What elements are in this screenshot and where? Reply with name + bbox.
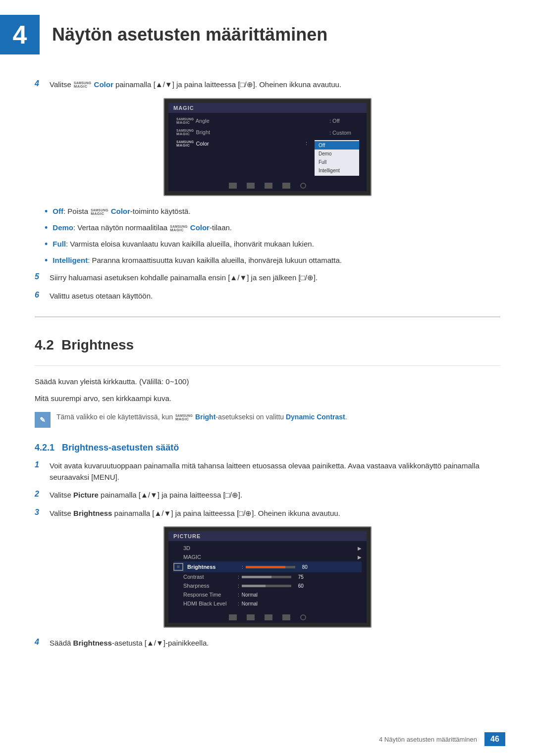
note-text-1: Tämä valikko ei ole käytettävissä, kun S… <box>56 412 347 422</box>
step-number-4: 4 <box>35 79 50 88</box>
samsung-magic-logo-1: SAMSUNG MAGIC <box>74 81 91 89</box>
sharpness-slider: 60 <box>242 583 304 589</box>
bullet-key-intelligent: Intelligent <box>53 256 88 264</box>
menu-bar-1: MAGIC <box>168 103 367 113</box>
monitor-icon-2-3 <box>265 614 272 620</box>
monitor-icon-2 <box>247 183 255 189</box>
brightness-slider: 80 <box>246 564 308 570</box>
step-421-num-3: 3 <box>35 508 50 517</box>
page-number-box: 46 <box>484 732 505 746</box>
step-5: 5 Siirry haluamasi asetuksen kohdalle pa… <box>35 272 500 284</box>
slider-fill-sharpness <box>242 585 266 587</box>
pm-val-hdmi: Normal <box>242 601 258 606</box>
picture-row-response: Response Time : Normal <box>173 590 362 599</box>
picture-row-contrast: Contrast : 75 <box>173 572 362 581</box>
bullet-item-demo: • Demo: Vertaa näytön normaalitilaa SAMS… <box>45 222 500 235</box>
bullet-list-1: • Off: Poista SAMSUNG MAGIC Color-toimin… <box>45 206 500 267</box>
step-421-4-bold: Brightness <box>73 639 112 647</box>
step-421-2: 2 Valitse Picture painamalla [▲/▼] ja pa… <box>35 490 500 501</box>
slider-track-sharpness <box>242 585 291 587</box>
menu-row-color: SAMSUNG MAGIC Color : Off Demo Full <box>176 138 359 178</box>
step-421-text-1: Voit avata kuvaruutuoppaan painamalla mi… <box>50 460 500 483</box>
menu-label-bright: SAMSUNG MAGIC Bright <box>176 129 324 136</box>
picture-row-magic: MAGIC ▶ <box>173 553 362 561</box>
monitor-icon-power <box>300 183 306 189</box>
menu-row-bright: SAMSUNG MAGIC Bright : Custom <box>176 127 359 138</box>
step-421-3: 3 Valitse Brightness painamalla [▲/▼] ja… <box>35 508 500 519</box>
note-brand-word: Bright <box>195 413 215 421</box>
picture-row-sharpness: Sharpness : 60 <box>173 581 362 590</box>
picture-menu-items: 3D ▶ MAGIC ▶ ⊞ Brightness : <box>168 541 367 612</box>
picture-row-brightness: ⊞ Brightness : 80 <box>173 561 362 572</box>
menu-label-angle: SAMSUNG MAGIC Angle <box>176 117 324 125</box>
monitor-image-1: MAGIC SAMSUNG MAGIC Angle : Off <box>163 98 372 197</box>
bullet-key-off: Off <box>53 207 63 215</box>
footer-chapter-ref: 4 Näytön asetusten määrittäminen <box>379 736 477 743</box>
step-4-intro: 4 Valitse SAMSUNG MAGIC Color painamalla… <box>35 79 500 91</box>
submenu-item-intelligent: Intelligent <box>315 166 359 175</box>
pm-label-response: Response Time <box>183 592 238 598</box>
step-421-1: 1 Voit avata kuvaruutuoppaan painamalla … <box>35 460 500 483</box>
pm-arrow-3d: ▶ <box>358 546 362 551</box>
chapter-number: 4 <box>13 20 27 50</box>
monitor-icon-2-1 <box>229 614 237 620</box>
picture-row-hdmi: HDMI Black Level : Normal <box>173 599 362 608</box>
subsection-421-header: 4.2.1 Brightness-asetusten säätö <box>35 443 500 453</box>
menu-label-color: SAMSUNG MAGIC Color <box>176 140 301 148</box>
step-4-text: Valitse SAMSUNG MAGIC Color painamalla [… <box>50 79 500 91</box>
step-421-2-bold: Picture <box>73 491 99 499</box>
monitor-footer-1 <box>168 180 367 191</box>
section-42-line <box>35 365 500 366</box>
note-box-1: ✎ Tämä valikko ei ole käytettävissä, kun… <box>35 412 500 428</box>
samsung-magic-bullet-1: SAMSUNG MAGIC <box>91 208 108 216</box>
submenu-item-off: Off <box>315 141 359 150</box>
monitor-footer-2 <box>168 612 367 623</box>
monitor-screen-2: PICTURE 3D ▶ MAGIC ▶ <box>168 531 367 623</box>
section-42-title: Brightness <box>61 337 134 353</box>
color-word-1: Color <box>94 80 113 89</box>
bullet-key-full: Full <box>53 240 66 248</box>
chapter-title: Näytön asetusten määrittäminen <box>52 24 327 45</box>
bullet-item-full: • Full: Varmista eloisa kuvanlaatu kuvan… <box>45 239 500 251</box>
note-highlight: Dynamic Contrast <box>286 413 345 421</box>
step-6: 6 Valittu asetus otetaan käyttöön. <box>35 291 500 302</box>
bullet-item-intelligent: • Intelligent: Paranna kromaattisuutta k… <box>45 255 500 267</box>
step-5-text: Siirry haluamasi asetuksen kohdalle pain… <box>50 272 500 284</box>
pm-label-magic: MAGIC <box>183 554 238 560</box>
samsung-magic-bullet-2: SAMSUNG MAGIC <box>170 225 187 232</box>
menu-value-angle: : Off <box>329 118 359 124</box>
bullet-brand-word-2: Color <box>190 223 210 232</box>
monitor-icon-3 <box>265 183 272 189</box>
slider-track-contrast <box>242 576 291 578</box>
step-6-text: Valittu asetus otetaan käyttöön. <box>50 291 500 302</box>
slider-track-brightness <box>246 566 295 568</box>
chapter-header: 4 Näytön asetusten määrittäminen <box>0 0 535 64</box>
submenu-item-full: Full <box>315 158 359 166</box>
pm-arrow-magic: ▶ <box>358 554 362 560</box>
menu-row-angle: SAMSUNG MAGIC Angle : Off <box>176 115 359 127</box>
menu-items-1: SAMSUNG MAGIC Angle : Off SAMSUNG MAGIC <box>168 113 367 181</box>
content-area: 4 Valitse SAMSUNG MAGIC Color painamalla… <box>0 79 535 686</box>
bullet-item-off: • Off: Poista SAMSUNG MAGIC Color-toimin… <box>45 206 500 218</box>
monitor-icon-4 <box>282 183 290 189</box>
bullet-key-demo: Demo <box>53 223 73 232</box>
picture-row-3d: 3D ▶ <box>173 544 362 553</box>
monitor-icon-2-4 <box>282 614 290 620</box>
menu-value-bright: : Custom <box>329 130 359 136</box>
samsung-magic-logo-color: SAMSUNG MAGIC <box>176 140 194 148</box>
page-footer: 4 Näytön asetusten määrittäminen 46 <box>379 732 505 746</box>
step-number-6: 6 <box>35 291 50 300</box>
pm-val-response: Normal <box>242 592 258 598</box>
menu-bar-2: PICTURE <box>168 531 367 541</box>
step-421-3-bold: Brightness <box>73 509 112 517</box>
section-42-desc1: Säädä kuvan yleistä kirkkautta. (Välillä… <box>35 376 500 388</box>
monitor-icon-2-power <box>300 614 306 620</box>
slider-fill-contrast <box>242 576 271 578</box>
pm-label-contrast: Contrast <box>183 574 238 580</box>
pm-label-hdmi: HDMI Black Level <box>183 601 238 606</box>
monitor-icon-2-2 <box>247 614 255 620</box>
page-number: 46 <box>490 735 499 744</box>
step-421-num-4: 4 <box>35 638 50 647</box>
chapter-number-box: 4 <box>0 15 40 54</box>
subsection-421-title: 4.2.1 Brightness-asetusten säätö <box>35 443 179 453</box>
